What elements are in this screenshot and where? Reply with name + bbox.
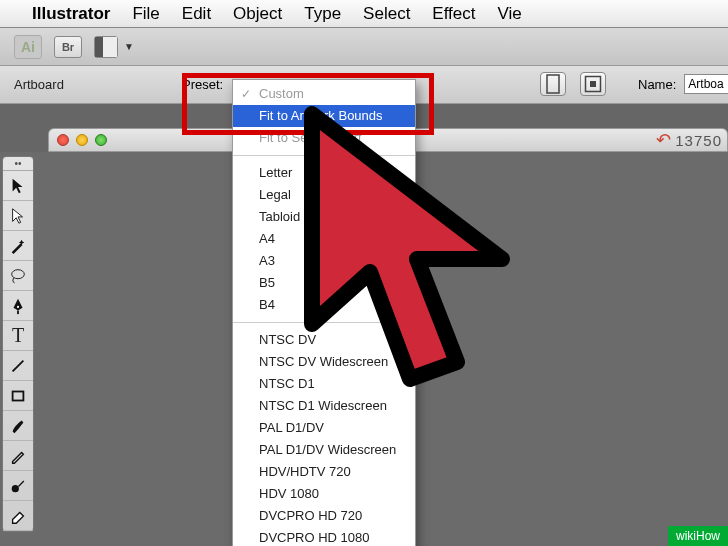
brush-tool[interactable] <box>3 411 33 441</box>
window-zoom-button[interactable] <box>95 134 107 146</box>
menu-effect[interactable]: Effect <box>432 4 475 24</box>
chevron-down-icon[interactable]: ▼ <box>124 41 134 52</box>
svg-line-6 <box>13 360 24 371</box>
preset-item[interactable]: B4 <box>233 294 415 316</box>
svg-rect-7 <box>13 391 24 400</box>
menu-edit[interactable]: Edit <box>182 4 211 24</box>
preset-item-fit-artwork[interactable]: Fit to Artwork Bounds <box>233 105 415 127</box>
preset-item[interactable]: NTSC D1 <box>233 373 415 395</box>
svg-rect-0 <box>547 75 559 93</box>
svg-point-8 <box>12 485 19 492</box>
preset-item[interactable]: NTSC DV <box>233 329 415 351</box>
svg-point-4 <box>17 305 19 307</box>
undo-icon[interactable]: ↶ <box>656 129 671 151</box>
lasso-tool[interactable] <box>3 261 33 291</box>
name-label: Name: <box>638 77 676 92</box>
menu-view[interactable]: Vie <box>498 4 522 24</box>
watermark: wikiHow <box>668 526 728 546</box>
preset-label: Preset: <box>182 77 223 92</box>
preset-item[interactable]: B5 <box>233 272 415 294</box>
preset-item-custom: ✓Custom <box>233 83 415 105</box>
artboard-options-button[interactable] <box>580 72 606 96</box>
menu-file[interactable]: File <box>132 4 159 24</box>
preset-item[interactable]: A4 <box>233 228 415 250</box>
menu-select[interactable]: Select <box>363 4 410 24</box>
orientation-portrait-button[interactable] <box>540 72 566 96</box>
blob-brush-tool[interactable] <box>3 471 33 501</box>
preset-item[interactable]: PAL D1/DV Widescreen <box>233 439 415 461</box>
app-menu[interactable]: Illustrator <box>32 4 110 24</box>
pencil-tool[interactable] <box>3 441 33 471</box>
preset-item[interactable]: DVCPRO HD 720 <box>233 505 415 527</box>
preset-item[interactable]: A3 <box>233 250 415 272</box>
panel-grip-icon[interactable]: •• <box>3 157 33 171</box>
window-close-button[interactable] <box>57 134 69 146</box>
preset-item[interactable]: Legal <box>233 184 415 206</box>
svg-rect-5 <box>17 310 19 314</box>
type-tool[interactable]: T <box>3 321 33 351</box>
zoom-value: 13750 <box>675 132 722 149</box>
menu-type[interactable]: Type <box>304 4 341 24</box>
toolbar-app: Ai Br ▼ <box>0 28 728 66</box>
preset-item[interactable]: HDV 1080 <box>233 483 415 505</box>
svg-rect-2 <box>590 81 596 87</box>
tool-mode-label: Artboard <box>14 77 64 92</box>
bridge-button[interactable]: Br <box>54 36 82 58</box>
pen-tool[interactable] <box>3 291 33 321</box>
preset-item[interactable]: DVCPRO HD 1080 <box>233 527 415 546</box>
preset-item[interactable]: Tabloid <box>233 206 415 228</box>
preset-item[interactable]: HDV/HDTV 720 <box>233 461 415 483</box>
selection-tool[interactable] <box>3 171 33 201</box>
ai-logo-icon: Ai <box>14 35 42 59</box>
magic-wand-tool[interactable] <box>3 231 33 261</box>
direct-selection-tool[interactable] <box>3 201 33 231</box>
eraser-tool[interactable] <box>3 501 33 531</box>
menu-object[interactable]: Object <box>233 4 282 24</box>
preset-item[interactable]: Letter <box>233 162 415 184</box>
preset-item[interactable]: NTSC DV Widescreen <box>233 351 415 373</box>
preset-dropdown[interactable]: ✓Custom Fit to Artwork Bounds Fit to Sel… <box>232 79 416 546</box>
document-titlebar-right: ↶ 13750 <box>644 128 728 152</box>
line-tool[interactable] <box>3 351 33 381</box>
svg-point-3 <box>12 269 25 278</box>
artboard-name-input[interactable] <box>684 74 728 94</box>
menubar: Illustrator File Edit Object Type Select… <box>0 0 728 28</box>
rectangle-tool[interactable] <box>3 381 33 411</box>
window-minimize-button[interactable] <box>76 134 88 146</box>
panel-layout-button[interactable] <box>94 36 118 58</box>
preset-item[interactable]: PAL D1/DV <box>233 417 415 439</box>
preset-item-fit-selected: Fit to Selected Art <box>233 127 415 149</box>
tools-panel: •• T <box>2 156 34 532</box>
preset-item[interactable]: NTSC D1 Widescreen <box>233 395 415 417</box>
